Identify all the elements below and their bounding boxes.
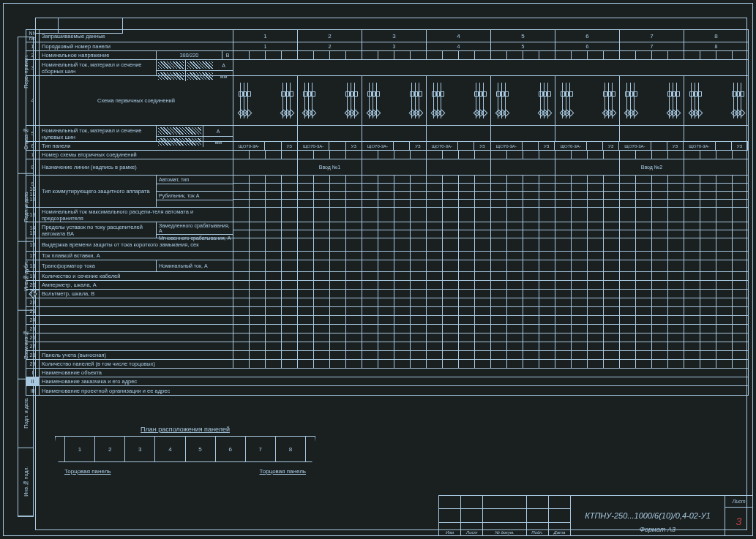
panel-header: 6 <box>555 30 620 42</box>
table-row: 17Ток плавкой вставки, А <box>26 252 748 260</box>
col-title: Запрашиваемые данные <box>40 30 233 42</box>
table-row: 21Вольтметр, шкала, В <box>26 290 748 298</box>
table-row: 26 <box>26 333 748 342</box>
panel-header: 4 <box>427 30 491 42</box>
plan-cell: 2 <box>95 437 125 461</box>
table-row: 24 <box>26 316 748 325</box>
table-row: 29Количество панелей (в том числе торцов… <box>26 360 748 369</box>
table-row: 19Количество и сечение кабелей <box>26 272 748 281</box>
plan-cell: 5 <box>186 437 216 461</box>
plan-cell: 8 <box>276 437 305 461</box>
sheet-block: Лист 3 <box>725 496 752 535</box>
table-row: 8 Назначение линии (надпись в рамке) Вво… <box>26 159 748 176</box>
plan-block: План расположения панелей 12345678 Торцо… <box>64 426 306 475</box>
plan-cell: 6 <box>216 437 246 461</box>
col-nn: NN п/п <box>26 30 40 42</box>
table-row: 28Панель учета (выносная) <box>26 351 748 360</box>
table-row: 23 <box>26 307 748 316</box>
schematic-cell <box>620 76 684 125</box>
panel-header: 5 <box>491 30 555 42</box>
header-row: NN п/п Запрашиваемые данные 12345678 <box>26 30 748 42</box>
schematic-cell <box>298 76 362 125</box>
plan-cell: 4 <box>155 437 185 461</box>
table-row: 27 <box>26 342 748 351</box>
schematic-cell <box>233 76 298 125</box>
table-row: 6 Тип панели ЩО70-3А-УЗЩО70-3А-УЗЩО70-3А… <box>26 142 748 151</box>
plan-cell: 3 <box>125 437 155 461</box>
sheet-number: 3 <box>725 508 752 535</box>
side-label: Инв.№ подл. <box>18 448 33 516</box>
schematic-top <box>233 60 748 75</box>
table-row: 13Номинальный ток максимального расцепи-… <box>26 208 748 222</box>
plan-cell: 7 <box>246 437 276 461</box>
table-row: 18Трансформатор токаНоминальный ток, А <box>26 260 748 272</box>
table-row: 22 <box>26 298 748 307</box>
table-row: 2 Номинальное напряжение 380/220 В <box>26 51 748 60</box>
panel-header: 3 <box>362 30 427 42</box>
title-block: Изм Лист № докум. Подп. Дата КТПНУ-250..… <box>438 495 753 536</box>
schema-row: 4 Схема первичных соединений <box>26 76 748 126</box>
table-row: IIНаименование заказчика и его адрес <box>26 377 748 386</box>
panel-header: 1 <box>233 30 298 42</box>
schematic-cell <box>684 76 748 125</box>
table-row: IНаименование объекта <box>26 369 748 377</box>
plan-table: 12345678 <box>64 436 306 462</box>
plan-title: План расположения панелей <box>64 426 306 433</box>
schematic-cell <box>362 76 427 125</box>
plan-labels: Торцовая панель Торцовая панель <box>64 468 306 475</box>
main-table: NN п/п Запрашиваемые данные 12345678 1 П… <box>26 29 749 396</box>
table-row: 9101112 Тип коммутирующего-защитного апп… <box>26 176 748 208</box>
table-row: 1415Пределы уставок по току расцепителей… <box>26 222 748 238</box>
schematic-cell <box>555 76 620 125</box>
table-row: 3 Номинальный ток, материал и сечение сб… <box>26 60 748 76</box>
table-row: 20Амперметр, шкала, А <box>26 281 748 290</box>
table-row: 1 Порядковый номер панели 12345678 <box>26 42 748 51</box>
table-row: 7 Номер схемы вторичных соединений <box>26 151 748 159</box>
schematic-cell <box>491 76 555 125</box>
panel-header: 7 <box>620 30 684 42</box>
table-row: IIIНаименование проектной организации и … <box>26 386 748 395</box>
panel-header: 2 <box>298 30 362 42</box>
table-row: 16Выдержка времени защиты от тока коротк… <box>26 238 748 252</box>
table-row: 5 Номинальный ток, материал и сечение ну… <box>26 126 748 142</box>
panel-header: 8 <box>684 30 748 42</box>
format-label: Формат А3 <box>640 526 675 533</box>
plan-cell: 1 <box>65 437 95 461</box>
schematic-cell <box>427 76 491 125</box>
tb-revision-grid: Изм Лист № докум. Подп. Дата <box>439 496 571 535</box>
table-row: 25 <box>26 325 748 333</box>
